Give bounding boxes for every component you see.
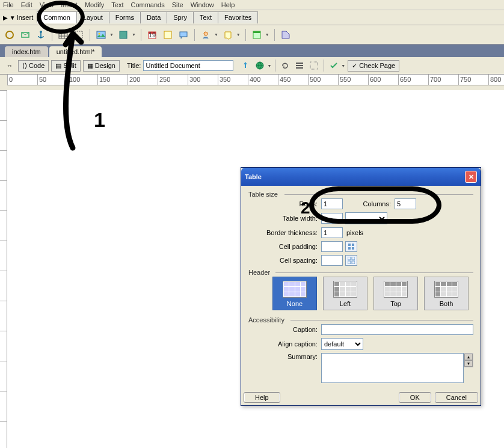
cell-spacing-input[interactable] [321,255,343,266]
file-management-icon[interactable] [239,60,251,72]
menu-commands[interactable]: Commands [131,1,164,8]
menu-help[interactable]: Help [221,1,235,8]
insert-tab-data[interactable]: Data [140,11,167,23]
menu-site[interactable]: Site [172,1,183,8]
script-icon[interactable] [222,29,234,41]
view-options-icon[interactable] [293,60,306,72]
table-width-input[interactable] [321,213,343,224]
menu-view[interactable]: View [40,1,54,8]
close-button[interactable]: ✕ [465,171,477,183]
svg-point-10 [99,32,100,34]
header-none[interactable]: None [272,277,317,310]
date-icon[interactable]: 19 [146,29,158,41]
doc-tab-index[interactable]: index.htm [5,46,48,57]
insert-tab-spry[interactable]: Spry [167,11,194,23]
svg-rect-31 [348,261,351,264]
insert-tab-layout[interactable]: Layout [76,11,109,23]
split-view-button[interactable]: ▤Split [51,60,80,72]
validate-icon[interactable] [328,60,340,72]
dialog-titlebar[interactable]: Table ✕ [241,168,481,186]
server-side-include-icon[interactable] [162,29,174,41]
script-dropdown[interactable]: ▼ [236,32,241,37]
table-width-unit-select[interactable] [345,212,387,224]
svg-point-17 [204,32,207,35]
summary-textarea[interactable] [321,353,464,383]
head-icon[interactable] [200,29,212,41]
visual-aids-icon[interactable] [308,60,320,72]
border-unit: pixels [346,229,363,236]
expand-icon[interactable]: ↔ [4,60,16,72]
summary-scrollbar[interactable]: ▴▾ [464,353,473,367]
rows-input[interactable] [321,198,343,209]
code-icon: ⟨⟩ [22,62,27,70]
cell-spacing-icon[interactable] [345,255,357,266]
border-thickness-input[interactable] [321,227,343,238]
insert-panel: ▶ ▼ Insert Common Layout Forms Data Spry… [0,10,504,25]
templates-dropdown[interactable]: ▼ [265,32,269,37]
refresh-icon[interactable] [279,60,291,72]
align-caption-select[interactable]: default [321,338,363,350]
document-tabs: index.htm untitled.html* [0,44,504,57]
header-top[interactable]: Top [373,277,418,310]
named-anchor-icon[interactable] [35,29,47,41]
image-dropdown[interactable]: ▼ [109,32,114,37]
media-icon[interactable] [117,29,129,41]
validate-dropdown[interactable]: ▼ [341,64,345,68]
head-dropdown[interactable]: ▼ [214,32,218,37]
check-page-button[interactable]: ✓Check Page [348,60,399,72]
title-input[interactable] [143,60,233,71]
cell-padding-icon[interactable] [345,241,357,252]
preview-browser-icon[interactable] [254,60,266,72]
design-view-button[interactable]: ▦Design [83,60,120,72]
svg-rect-9 [97,31,105,38]
doc-tab-untitled[interactable]: untitled.html* [49,46,102,57]
svg-rect-22 [296,65,303,66]
svg-rect-21 [296,63,303,64]
table-icon[interactable] [57,29,69,41]
cancel-button[interactable]: Cancel [435,392,478,403]
insert-tab-common[interactable]: Common [37,11,77,23]
help-button[interactable]: Help [244,392,280,403]
columns-input[interactable] [395,198,416,209]
insert-div-icon[interactable] [73,29,85,41]
insert-label: Insert [17,14,34,21]
svg-rect-3 [59,31,67,38]
svg-rect-25 [348,244,351,246]
header-left[interactable]: Left [323,277,367,310]
menu-text[interactable]: Text [111,1,123,8]
menu-insert[interactable]: Insert [61,1,78,8]
cell-padding-input[interactable] [321,241,343,252]
menu-modify[interactable]: Modify [85,1,104,8]
code-view-button[interactable]: ⟨⟩Code [18,60,49,72]
caption-input[interactable] [321,324,473,335]
summary-label: Summary: [248,353,318,360]
svg-text:19: 19 [149,31,156,38]
svg-rect-26 [352,244,354,246]
tag-chooser-icon[interactable] [280,29,292,41]
menu-window[interactable]: Window [191,1,214,8]
menu-edit[interactable]: Edit [21,1,32,8]
columns-label: Columns: [343,200,391,207]
insert-tab-text[interactable]: Text [193,11,218,23]
templates-icon[interactable] [251,29,263,41]
svg-rect-15 [164,31,171,38]
email-link-icon[interactable] [19,29,31,41]
table-dialog: Table ✕ Table size Rows: Columns: Table … [241,167,481,406]
media-dropdown[interactable]: ▼ [132,32,136,37]
insert-tab-favorites[interactable]: Favorites [218,11,258,23]
image-icon[interactable] [95,29,107,41]
horizontal-ruler: 0501001502002503003504004505005506006507… [7,75,504,85]
border-thickness-label: Border thickness: [248,229,318,236]
document-toolbar: ↔ ⟨⟩Code ▤Split ▦Design Title: ▼ ▼ ✓Chec… [0,57,504,75]
header-both[interactable]: Both [424,277,469,310]
split-icon: ▤ [55,62,61,70]
preview-dropdown[interactable]: ▼ [267,64,271,68]
ok-button[interactable]: OK [399,392,431,403]
menu-file[interactable]: File [3,1,14,8]
insert-toggle[interactable]: ▶ ▼ [3,14,16,21]
hyperlink-icon[interactable] [4,29,16,41]
svg-rect-8 [75,31,82,38]
insert-tab-forms[interactable]: Forms [109,11,141,23]
comment-icon[interactable] [177,29,189,41]
svg-rect-23 [296,67,303,69]
